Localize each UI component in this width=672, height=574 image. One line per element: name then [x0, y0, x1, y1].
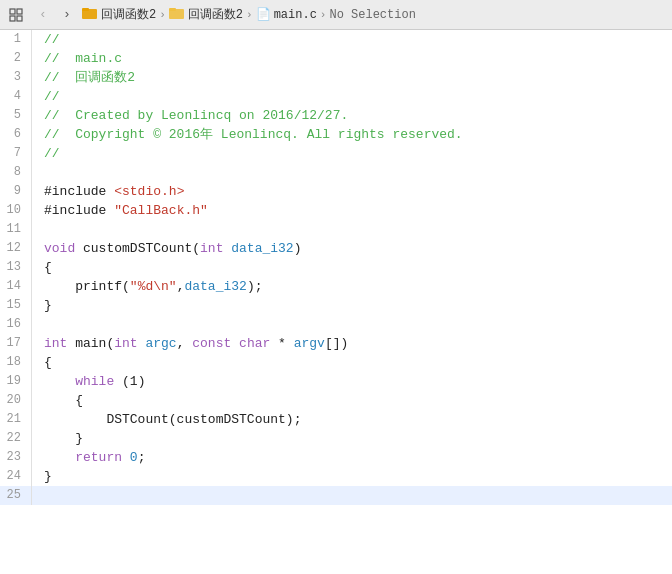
svg-rect-3: [17, 16, 22, 21]
code-content: {: [40, 391, 672, 410]
code-area: 1//2// main.c3// 回调函数24//5// Created by …: [0, 30, 672, 574]
breadcrumb-folder1-label: 回调函数2: [101, 6, 156, 23]
breadcrumb-sep2: ›: [246, 9, 253, 21]
code-line: 9#include <stdio.h>: [0, 182, 672, 201]
code-line: 25: [0, 486, 672, 505]
folder-group-icon: [82, 6, 98, 24]
code-line: 10#include "CallBack.h": [0, 201, 672, 220]
code-line: 1//: [0, 30, 672, 49]
back-arrow[interactable]: ‹: [34, 6, 52, 24]
line-number: 2: [0, 49, 32, 68]
line-number: 9: [0, 182, 32, 201]
code-content: // main.c: [40, 49, 672, 68]
code-content: //: [40, 30, 672, 49]
code-line: 23 return 0;: [0, 448, 672, 467]
nav-icons: [8, 7, 24, 23]
code-line: 4//: [0, 87, 672, 106]
line-number: 7: [0, 144, 32, 163]
line-number: 15: [0, 296, 32, 315]
code-line: 19 while (1): [0, 372, 672, 391]
code-line: 16: [0, 315, 672, 334]
breadcrumb-sep1: ›: [159, 9, 166, 21]
code-content: #include <stdio.h>: [40, 182, 672, 201]
line-number: 23: [0, 448, 32, 467]
line-number: 13: [0, 258, 32, 277]
folder-icon: [169, 6, 185, 24]
code-content: }: [40, 296, 672, 315]
code-line: 20 {: [0, 391, 672, 410]
code-content: {: [40, 258, 672, 277]
line-number: 11: [0, 220, 32, 239]
line-number: 1: [0, 30, 32, 49]
code-line: 7//: [0, 144, 672, 163]
file-icon: 📄: [256, 7, 271, 22]
code-content: return 0;: [40, 448, 672, 467]
forward-arrow[interactable]: ›: [58, 6, 76, 24]
line-number: 10: [0, 201, 32, 220]
line-number: 3: [0, 68, 32, 87]
code-content: }: [40, 429, 672, 448]
breadcrumb-no-selection: No Selection: [329, 8, 415, 22]
line-number: 22: [0, 429, 32, 448]
breadcrumb-sep3: ›: [320, 9, 327, 21]
code-line: 6// Copyright © 2016年 Leonlincq. All rig…: [0, 125, 672, 144]
line-number: 8: [0, 163, 32, 182]
code-line: 17int main(int argc, const char * argv[]…: [0, 334, 672, 353]
code-content: DSTCount(customDSTCount);: [40, 410, 672, 429]
line-number: 4: [0, 87, 32, 106]
code-line: 15}: [0, 296, 672, 315]
code-content: void customDSTCount(int data_i32): [40, 239, 672, 258]
code-line: 2// main.c: [0, 49, 672, 68]
line-number: 19: [0, 372, 32, 391]
code-line: 5// Created by Leonlincq on 2016/12/27.: [0, 106, 672, 125]
code-line: 12void customDSTCount(int data_i32): [0, 239, 672, 258]
code-line: 18{: [0, 353, 672, 372]
code-content: // Copyright © 2016年 Leonlincq. All righ…: [40, 125, 672, 144]
code-line: 11: [0, 220, 672, 239]
code-line: 14 printf("%d\n",data_i32);: [0, 277, 672, 296]
code-content: [40, 163, 672, 182]
title-bar: ‹ › 回调函数2 › 回调函数2 › 📄 main.c › No Select…: [0, 0, 672, 30]
code-content: [40, 486, 672, 505]
svg-rect-1: [17, 9, 22, 14]
svg-rect-7: [169, 8, 176, 11]
line-number: 16: [0, 315, 32, 334]
line-number: 21: [0, 410, 32, 429]
svg-rect-0: [10, 9, 15, 14]
svg-rect-2: [10, 16, 15, 21]
line-number: 14: [0, 277, 32, 296]
grid-icon[interactable]: [8, 7, 24, 23]
code-content: // 回调函数2: [40, 68, 672, 87]
code-content: [40, 315, 672, 334]
code-content: [40, 220, 672, 239]
code-line: 21 DSTCount(customDSTCount);: [0, 410, 672, 429]
breadcrumb-file-label: main.c: [274, 8, 317, 22]
code-content: int main(int argc, const char * argv[]): [40, 334, 672, 353]
line-number: 5: [0, 106, 32, 125]
breadcrumb-folder2-label: 回调函数2: [188, 6, 243, 23]
code-content: while (1): [40, 372, 672, 391]
code-content: printf("%d\n",data_i32);: [40, 277, 672, 296]
code-content: #include "CallBack.h": [40, 201, 672, 220]
code-content: {: [40, 353, 672, 372]
line-number: 6: [0, 125, 32, 144]
code-content: //: [40, 144, 672, 163]
code-content: }: [40, 467, 672, 486]
line-number: 17: [0, 334, 32, 353]
code-line: 3// 回调函数2: [0, 68, 672, 87]
code-line: 22 }: [0, 429, 672, 448]
code-line: 24}: [0, 467, 672, 486]
svg-rect-5: [82, 8, 89, 11]
code-content: //: [40, 87, 672, 106]
line-number: 24: [0, 467, 32, 486]
line-number: 20: [0, 391, 32, 410]
line-number: 18: [0, 353, 32, 372]
code-line: 13{: [0, 258, 672, 277]
breadcrumb: 回调函数2 › 回调函数2 › 📄 main.c › No Selection: [82, 6, 416, 24]
line-number: 12: [0, 239, 32, 258]
code-content: // Created by Leonlincq on 2016/12/27.: [40, 106, 672, 125]
code-line: 8: [0, 163, 672, 182]
line-number: 25: [0, 486, 32, 505]
